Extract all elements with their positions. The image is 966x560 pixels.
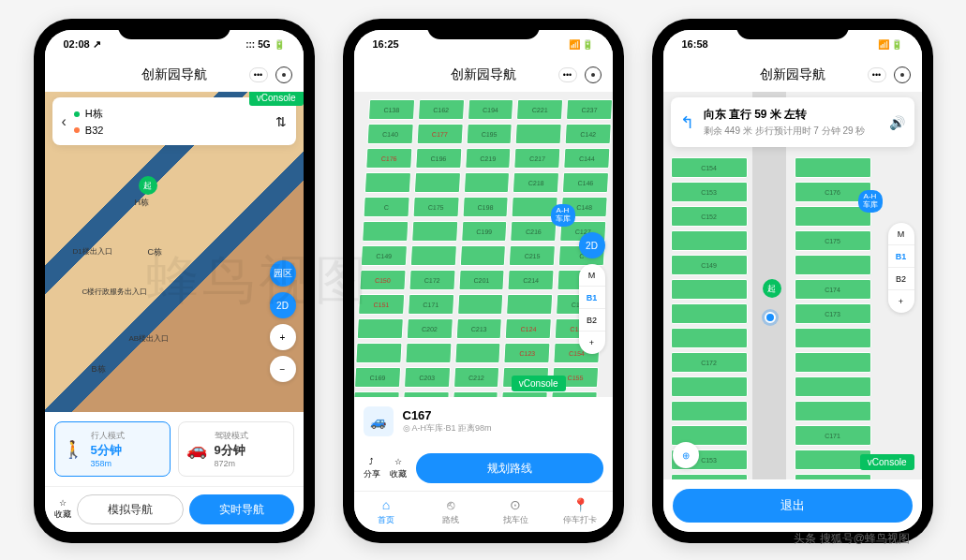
parking-cell[interactable] [671, 401, 748, 421]
floor-m[interactable]: M [888, 223, 914, 245]
floor-b1[interactable]: B1 [888, 245, 914, 268]
parking-cell[interactable]: C171 [407, 294, 453, 315]
parking-cell[interactable]: C123 [503, 343, 550, 363]
speaker-icon[interactable]: 🔊 [889, 115, 905, 130]
tab-route[interactable]: ⎋路线 [419, 497, 483, 526]
fav-button[interactable]: ☆收藏 [390, 457, 407, 480]
parking-cell[interactable] [795, 255, 871, 275]
parking-cell[interactable] [413, 172, 460, 193]
parking-cell[interactable]: C217 [513, 148, 560, 169]
parking-cell[interactable]: C218 [513, 172, 559, 193]
parking-cell[interactable]: C [363, 197, 409, 217]
view-2d-button[interactable]: 2D [579, 232, 605, 258]
vconsole-badge[interactable]: vConsole [860, 454, 914, 470]
tab-find[interactable]: ⊙找车位 [483, 497, 548, 526]
parking-cell[interactable]: C169 [354, 367, 401, 388]
parking-cell[interactable]: C199 [460, 221, 507, 242]
parking-cell[interactable]: C153 [671, 182, 748, 202]
parking-cell[interactable] [671, 376, 748, 397]
parking-cell[interactable]: C201 [458, 270, 505, 290]
tab-home[interactable]: ⌂首页 [354, 497, 419, 526]
parking-cell[interactable] [795, 206, 871, 227]
parking-cell[interactable]: C215 [509, 245, 556, 266]
parking-cell[interactable] [355, 343, 402, 363]
parking-cell[interactable] [409, 245, 456, 266]
view-2d-button[interactable]: 2D [270, 292, 296, 318]
zoom-in[interactable]: + [888, 290, 914, 313]
map-area[interactable]: vConsole ‹ H栋 B32 ⇅ 起 H栋 C栋 D1楼出入口 C楼行政服… [45, 92, 304, 412]
parking-cell[interactable] [795, 352, 871, 373]
fav-button[interactable]: ☆收藏 [54, 498, 71, 521]
parking-cell[interactable]: C195 [466, 124, 513, 144]
parking-cell[interactable]: C219 [464, 148, 511, 169]
parking-cell[interactable] [671, 303, 748, 324]
parking-cell[interactable]: C140 [366, 124, 413, 144]
parking-cell[interactable]: C138 [367, 99, 414, 120]
floor-b2[interactable]: B2 [888, 268, 914, 290]
parking-cell[interactable] [514, 124, 561, 144]
parking-cell[interactable]: C124 [505, 318, 552, 339]
parking-map[interactable]: C138C162C194C221C237C140C177C195C142C176… [354, 92, 613, 397]
more-icon[interactable]: ••• [558, 67, 577, 82]
parking-cell[interactable]: C149 [360, 245, 407, 266]
locate-button[interactable]: ⊕ [673, 442, 699, 468]
parking-cell[interactable]: C203 [403, 367, 450, 388]
plan-route-button[interactable]: 规划路线 [416, 453, 603, 483]
parking-cell[interactable]: C172 [409, 270, 455, 290]
parking-cell[interactable]: C212 [453, 367, 499, 388]
zoom-out-button[interactable]: − [270, 356, 296, 382]
parking-cell[interactable]: C144 [563, 148, 610, 169]
ah-garage-badge[interactable]: A-H车库 [551, 204, 575, 227]
parking-cell[interactable] [795, 157, 871, 178]
swap-icon[interactable]: ⇅ [275, 114, 287, 129]
parking-cell[interactable]: C169 [795, 474, 871, 479]
parking-cell[interactable] [453, 343, 500, 363]
parking-cell[interactable] [459, 245, 506, 266]
more-icon[interactable]: ••• [868, 67, 886, 82]
parking-cell[interactable]: C198 [462, 197, 509, 217]
parking-cell[interactable]: C204 [402, 391, 449, 397]
parking-cell[interactable] [410, 221, 457, 242]
vconsole-badge[interactable]: vConsole [512, 376, 566, 391]
simulate-button[interactable]: 模拟导航 [77, 494, 184, 524]
parking-cell[interactable]: C154 [671, 157, 748, 178]
parking-cell[interactable]: C150 [359, 270, 406, 290]
parking-cell[interactable]: C121 [501, 391, 548, 397]
parking-cell[interactable]: C177 [416, 124, 463, 144]
close-icon[interactable] [894, 66, 911, 83]
parking-cell[interactable] [463, 172, 510, 193]
floor-b1[interactable]: B1 [579, 287, 605, 309]
parking-cell[interactable]: C214 [507, 270, 554, 290]
parking-cell[interactable]: C175 [412, 197, 459, 217]
vconsole-badge[interactable]: vConsole [249, 92, 304, 106]
floor-b2[interactable]: B2 [579, 309, 605, 332]
exit-button[interactable]: 退出 [673, 489, 913, 523]
parking-cell[interactable] [671, 328, 748, 348]
parking-cell[interactable]: C142 [564, 124, 611, 144]
close-icon[interactable] [585, 66, 602, 83]
parking-cell[interactable]: C213 [455, 318, 502, 339]
parking-cell[interactable] [362, 221, 409, 242]
parking-cell[interactable]: C151 [358, 294, 405, 315]
parking-cell[interactable] [354, 391, 400, 397]
parking-cell[interactable]: C202 [406, 318, 453, 339]
parking-cell[interactable]: C221 [516, 99, 563, 120]
parking-cell[interactable]: C146 [562, 172, 609, 193]
drive-mode[interactable]: 🚗 驾驶模式9分钟872m [178, 421, 294, 477]
parking-cell[interactable] [795, 376, 871, 397]
parking-cell[interactable]: C175 [795, 230, 871, 251]
parking-cell[interactable]: C173 [795, 303, 871, 324]
close-icon[interactable] [275, 66, 292, 83]
parking-cell[interactable] [671, 474, 748, 479]
nav-map[interactable]: ↰ 向东 直行 59 米 左转 剩余 449 米 步行预计用时 7 分钟 29 … [663, 92, 922, 479]
floor-m[interactable]: M [579, 264, 605, 287]
parking-cell[interactable]: C176 [365, 148, 412, 169]
parking-cell[interactable] [356, 318, 403, 339]
parking-cell[interactable] [671, 279, 748, 300]
zoom-in[interactable]: + [579, 332, 605, 354]
live-nav-button[interactable]: 实时导航 [189, 494, 294, 524]
parking-cell[interactable] [795, 328, 871, 348]
parking-cell[interactable] [671, 230, 748, 251]
share-button[interactable]: ⤴分享 [364, 457, 380, 480]
parking-cell[interactable]: C237 [566, 99, 613, 120]
